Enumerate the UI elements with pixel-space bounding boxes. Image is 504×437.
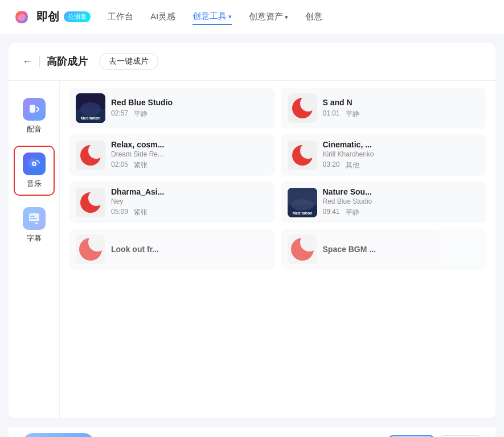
music-duration-1: 02:57 [111, 109, 128, 119]
music-card-2[interactable]: S and N 01:01 平静 [281, 88, 487, 129]
svg-text:Meditation: Meditation [292, 211, 312, 215]
music-tag-2: 平静 [346, 109, 359, 119]
svg-rect-0 [30, 105, 35, 113]
page-title: 高阶成片 [47, 55, 88, 68]
music-info-7: Look out fr... [111, 245, 268, 254]
subtitle-label: 字幕 [27, 233, 42, 244]
page-container: ← 高阶成片 去一键成片 配音 [9, 43, 495, 418]
music-name-3: Relax, cosm... [111, 140, 268, 149]
dubbing-label: 配音 [27, 124, 42, 134]
music-tag-4: 其他 [346, 160, 359, 170]
music-artist-5: Ney [111, 197, 268, 205]
music-tag-1: 平静 [134, 109, 147, 119]
music-card-6[interactable]: Meditation Nature Sou... Red Blue Studio… [281, 182, 487, 223]
music-meta-4: 03:20 其他 [323, 160, 480, 170]
music-grid: Meditation Red Blue Studio 02:57 平静 [69, 88, 486, 270]
ratio-9-16-button[interactable]: 📱 9:16 [388, 435, 435, 438]
music-thumb-6: Meditation [288, 188, 317, 217]
music-thumb-1: Meditation [76, 93, 105, 123]
music-meta-5: 05:09 紧张 [111, 208, 268, 217]
music-duration-4: 03:20 [323, 160, 340, 170]
music-label: 音乐 [27, 179, 42, 189]
logo-text: 即创 [36, 9, 59, 24]
music-meta-2: 01:01 平静 [323, 109, 480, 119]
music-info-4: Cinematic, ... Kirill Kharchenko 03:20 其… [323, 140, 480, 170]
nav-workbench[interactable]: 工作台 [108, 9, 133, 24]
music-thumb-2 [288, 93, 317, 123]
nav-creative[interactable]: 创意 [305, 9, 322, 24]
music-info-3: Relax, cosm... Dream Side Re... 02:05 紧张 [111, 140, 268, 170]
music-thumb-5 [76, 188, 105, 217]
svg-point-9 [80, 102, 101, 116]
nav-bar: 工作台 AI灵感 创意工具 创意资产 创意 [108, 9, 493, 25]
music-name-4: Cinematic, ... [323, 140, 480, 149]
beta-badge: 公测版 [64, 11, 91, 22]
main-content: 配音 [9, 81, 495, 418]
music-meta-1: 02:57 平静 [111, 109, 268, 119]
music-thumb-7 [76, 234, 105, 264]
music-duration-3: 02:05 [111, 160, 128, 170]
music-artist-6: Red Blue Studio [323, 197, 480, 205]
back-button[interactable]: ← [22, 56, 32, 68]
svg-point-3 [33, 163, 35, 165]
music-name-8: Space BGM ... [323, 245, 480, 254]
music-info-6: Nature Sou... Red Blue Studio 09:41 平静 [323, 187, 480, 217]
music-info-1: Red Blue Studio 02:57 平静 [111, 98, 268, 119]
music-card-1[interactable]: Meditation Red Blue Studio 02:57 平静 [69, 88, 275, 129]
music-name-6: Nature Sou... [323, 187, 480, 196]
svg-point-25 [291, 199, 314, 211]
music-duration-2: 01:01 [323, 109, 340, 119]
sidebar: 配音 [9, 81, 60, 418]
ratio-16-9-button[interactable]: ▭ 16:9 [439, 435, 482, 438]
music-card-4[interactable]: Cinematic, ... Kirill Kharchenko 03:20 其… [281, 134, 487, 176]
footer: ▶ 生成视频 生成比例： 📱 9:16 ▭ 16:9 [9, 427, 495, 437]
header: 即创 公测版 工作台 AI灵感 创意工具 创意资产 创意 [0, 0, 504, 34]
music-name-5: Dharma_Asi... [111, 187, 268, 196]
svg-rect-6 [30, 218, 37, 219]
music-card-7[interactable]: Look out fr... [69, 229, 275, 270]
svg-point-16 [88, 143, 104, 159]
music-tag-6: 平静 [346, 208, 359, 217]
sidebar-item-music[interactable]: 音乐 [14, 146, 55, 196]
svg-text:Meditation: Meditation [81, 116, 101, 120]
music-duration-5: 05:09 [111, 208, 128, 217]
music-tag-5: 紧张 [134, 208, 147, 217]
music-icon [23, 152, 46, 175]
title-divider [39, 56, 40, 67]
sidebar-item-dubbing[interactable]: 配音 [14, 92, 55, 140]
music-name-2: S and N [323, 98, 480, 107]
nav-creative-tools[interactable]: 创意工具 [192, 9, 232, 25]
music-card-5[interactable]: Dharma_Asi... Ney 05:09 紧张 [69, 182, 275, 223]
nav-creative-assets[interactable]: 创意资产 [249, 9, 288, 24]
svg-rect-5 [30, 216, 35, 217]
svg-point-19 [300, 143, 316, 159]
music-card-3[interactable]: Relax, cosm... Dream Side Re... 02:05 紧张 [69, 134, 275, 176]
music-info-5: Dharma_Asi... Ney 05:09 紧张 [111, 187, 268, 217]
music-card-8[interactable]: Space BGM ... [281, 229, 487, 270]
generate-video-button[interactable]: ▶ 生成视频 [22, 433, 95, 437]
music-thumb-8 [288, 234, 317, 264]
ratio-options: 📱 9:16 ▭ 16:9 [388, 435, 482, 438]
quick-generate-button[interactable]: 去一键成片 [99, 53, 158, 70]
music-info-2: S and N 01:01 平静 [323, 98, 480, 119]
music-thumb-4 [288, 141, 317, 170]
music-duration-6: 09:41 [323, 208, 340, 217]
dubbing-icon [23, 98, 46, 121]
music-meta-3: 02:05 紧张 [111, 160, 268, 170]
subtitle-icon [23, 207, 46, 230]
music-tag-3: 紧张 [134, 160, 147, 170]
music-artist-3: Dream Side Re... [111, 150, 268, 158]
music-thumb-3 [76, 141, 105, 170]
music-list-area: Meditation Red Blue Studio 02:57 平静 [60, 81, 495, 418]
nav-ai[interactable]: AI灵感 [150, 9, 175, 24]
svg-rect-4 [29, 213, 39, 221]
sidebar-item-subtitle[interactable]: 字幕 [14, 201, 55, 249]
music-name-7: Look out fr... [111, 245, 268, 254]
logo-area: 即创 公测版 [11, 7, 91, 27]
music-meta-6: 09:41 平静 [323, 208, 480, 217]
title-bar: ← 高阶成片 去一键成片 [9, 43, 495, 81]
svg-point-13 [300, 96, 316, 112]
music-name-1: Red Blue Studio [111, 98, 268, 107]
svg-point-22 [88, 190, 104, 206]
music-artist-4: Kirill Kharchenko [323, 150, 480, 158]
